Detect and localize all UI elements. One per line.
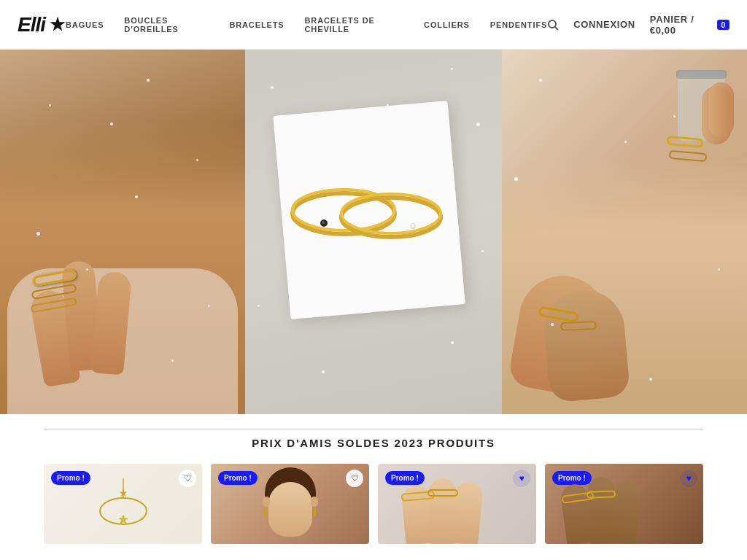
- search-button[interactable]: [547, 19, 559, 31]
- svg-point-5: [322, 221, 325, 224]
- svg-marker-13: [119, 515, 128, 524]
- heart-icon-2: ♡: [351, 473, 359, 483]
- hero-panel-right[interactable]: [502, 50, 747, 414]
- nav-boucles[interactable]: BOUCLES D'OREILLES: [124, 16, 209, 34]
- cart-label: PANIER / €0,00: [650, 14, 710, 36]
- section-divider: [44, 429, 703, 429]
- hero-section: [0, 50, 747, 414]
- nav-colliers[interactable]: COLLIERS: [424, 20, 470, 29]
- cart-count: 0: [717, 20, 729, 30]
- product-card-3[interactable]: Promo ! ♥: [378, 464, 536, 544]
- hero-panel-center[interactable]: [245, 50, 503, 414]
- necklace-icon: [90, 471, 156, 537]
- heart-icon-3: ♥: [519, 473, 524, 483]
- svg-point-0: [549, 20, 556, 28]
- svg-point-9: [411, 224, 414, 227]
- hero-panel-left[interactable]: [0, 50, 245, 414]
- svg-point-7: [341, 194, 441, 233]
- promo-badge-2: Promo !: [218, 471, 258, 485]
- wishlist-button-1[interactable]: ♡: [179, 470, 196, 487]
- cart-button[interactable]: PANIER / €0,00 0: [650, 14, 729, 36]
- product-card-1[interactable]: Promo ! ♡: [44, 464, 202, 544]
- heart-icon-1: ♡: [184, 473, 192, 483]
- product-card-2[interactable]: Promo ! ♡: [211, 464, 369, 544]
- promo-badge-1: Promo !: [51, 471, 90, 485]
- product-grid: Promo ! ♡ Promo !: [44, 464, 703, 544]
- logo[interactable]: Elli: [18, 13, 66, 36]
- main-header: Elli BAGUES BOUCLES D'OREILLES BRACELETS…: [0, 0, 747, 50]
- nav-bracelets[interactable]: BRACELETS: [229, 20, 284, 29]
- product-card-4[interactable]: Promo ! ♥: [545, 464, 703, 544]
- heart-icon-4: ♥: [686, 473, 691, 483]
- login-button[interactable]: CONNEXION: [573, 19, 635, 30]
- wishlist-button-3[interactable]: ♥: [513, 470, 530, 487]
- header-right: CONNEXION PANIER / €0,00 0: [547, 14, 729, 36]
- nav-bagues[interactable]: BAGUES: [66, 20, 104, 29]
- products-section: PRIX D'AMIS SOLDES 2023 PRODUITS Promo !…: [0, 414, 747, 544]
- nav-bracelets-cheville[interactable]: BRACELETS DE CHEVILLE: [305, 16, 404, 34]
- rings-center-svg: [267, 144, 471, 276]
- nav-pendentifs[interactable]: PENDENTIFS: [490, 20, 547, 29]
- section-title-wrap: PRIX D'AMIS SOLDES 2023 PRODUITS: [44, 429, 703, 449]
- logo-icon: [50, 17, 66, 33]
- svg-line-1: [555, 27, 558, 30]
- main-nav: BAGUES BOUCLES D'OREILLES BRACELETS BRAC…: [66, 16, 547, 34]
- wishlist-button-4[interactable]: ♥: [680, 470, 697, 487]
- search-icon: [547, 19, 559, 31]
- section-title: PRIX D'AMIS SOLDES 2023 PRODUITS: [44, 437, 703, 449]
- wishlist-button-2[interactable]: ♡: [346, 470, 363, 487]
- login-label: CONNEXION: [573, 19, 635, 30]
- logo-text: Elli: [18, 13, 45, 36]
